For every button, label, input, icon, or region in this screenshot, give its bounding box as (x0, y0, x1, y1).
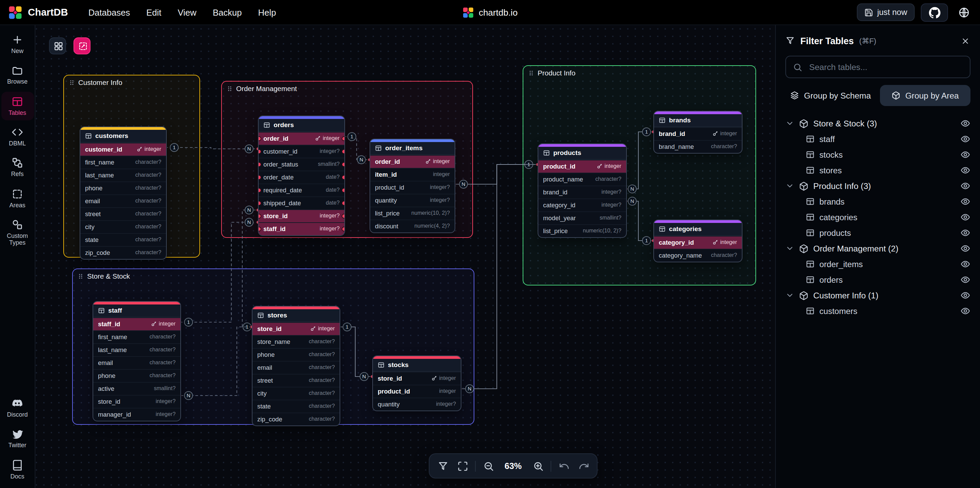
undo-button[interactable] (555, 457, 573, 475)
field-categories-category_id[interactable]: category_idinteger (654, 236, 742, 249)
eye-icon[interactable] (960, 212, 970, 222)
search-input[interactable] (808, 62, 963, 72)
table-brands[interactable]: brandsbrand_idintegerbrand_namecharacter… (653, 111, 743, 153)
zoom-out-button[interactable] (479, 457, 498, 475)
field-staff-first_name[interactable]: first_namecharacter? (93, 330, 180, 343)
field-order_items-discount[interactable]: discountnumeric(4, 2)? (370, 219, 455, 232)
layout-grid-button[interactable] (49, 37, 66, 54)
table-header[interactable]: order_items (370, 142, 455, 155)
diagram-site-link[interactable]: chartdb.io (463, 6, 517, 18)
table-orders[interactable]: ordersorder_idintegercustomer_idinteger?… (258, 116, 345, 236)
connection-handle[interactable] (258, 227, 261, 231)
brand[interactable]: ChartDB (8, 5, 68, 19)
field-staff-active[interactable]: activesmallint? (93, 382, 180, 395)
field-stores-phone[interactable]: phonecharacter? (253, 348, 340, 361)
eye-icon[interactable] (960, 306, 970, 316)
connection-handle[interactable] (342, 162, 345, 166)
tree-table-order_items[interactable]: order_items (785, 256, 970, 272)
table-header[interactable]: stocks (373, 358, 461, 371)
field-orders-customer_id[interactable]: customer_idinteger? (259, 144, 344, 157)
tree-group-store-stock[interactable]: Store & Stock (3) (785, 116, 970, 131)
filter-button[interactable] (434, 457, 452, 475)
field-order_items-product_id[interactable]: product_idinteger? (370, 181, 455, 193)
sidebar-item-twitter[interactable]: Twitter (1, 425, 34, 453)
connection-handle[interactable] (258, 149, 261, 154)
table-products[interactable]: productsproduct_idintegerproduct_namecha… (538, 143, 627, 238)
field-products-product_id[interactable]: product_idinteger (538, 159, 626, 172)
zoom-in-button[interactable] (529, 457, 547, 475)
field-orders-required_date[interactable]: required_datedate? (259, 183, 344, 196)
field-stores-store_name[interactable]: store_namecharacter? (253, 335, 340, 348)
connection-handle[interactable] (258, 162, 261, 166)
tree-table-customers[interactable]: customers (785, 303, 970, 319)
chevron-down-icon[interactable] (785, 181, 794, 190)
field-staff-store_id[interactable]: store_idinteger? (93, 395, 180, 407)
tree-table-products[interactable]: products (785, 225, 970, 241)
table-staff[interactable]: staffstaff_idintegerfirst_namecharacter?… (92, 301, 181, 421)
sidebar-item-refs[interactable]: Refs (1, 153, 34, 182)
chevron-down-icon[interactable] (785, 291, 794, 300)
tree-table-stocks[interactable]: stocks (785, 147, 970, 162)
sidebar-item-docs[interactable]: Docs (1, 455, 34, 484)
field-staff-staff_id[interactable]: staff_idinteger (93, 317, 180, 330)
field-stores-state[interactable]: statecharacter? (253, 399, 340, 412)
eye-icon[interactable] (960, 181, 970, 191)
table-header[interactable]: stores (253, 309, 340, 322)
table-stocks[interactable]: stocksstore_idintegerproduct_idintegerqu… (372, 355, 461, 411)
field-customers-city[interactable]: citycharacter? (80, 220, 166, 233)
field-staff-last_name[interactable]: last_namecharacter? (93, 343, 180, 356)
field-customers-customer_id[interactable]: customer_idinteger (80, 143, 166, 155)
tree-table-categories[interactable]: categories (785, 209, 970, 225)
eye-icon[interactable] (960, 228, 970, 238)
github-button[interactable] (921, 3, 948, 21)
connection-handle[interactable] (258, 201, 261, 205)
menu-view[interactable]: View (171, 4, 203, 21)
table-stores[interactable]: storesstore_idintegerstore_namecharacter… (252, 306, 340, 426)
field-stocks-quantity[interactable]: quantityinteger? (373, 397, 461, 410)
menu-edit[interactable]: Edit (140, 4, 168, 21)
tree-group-product-info[interactable]: Product Info (3) (785, 178, 970, 194)
field-customers-phone[interactable]: phonecharacter? (80, 181, 166, 194)
field-products-list_price[interactable]: list_pricenumeric(10, 2)? (538, 224, 626, 237)
sidebar-item-areas[interactable]: Areas (1, 184, 34, 213)
eye-icon[interactable] (960, 274, 970, 285)
sidebar-item-new[interactable]: New (1, 30, 34, 59)
eye-icon[interactable] (960, 118, 970, 128)
field-categories-category_name[interactable]: category_namecharacter? (654, 249, 742, 261)
field-staff-email[interactable]: emailcharacter? (93, 356, 180, 369)
table-customers[interactable]: customerscustomer_idintegerfirst_namecha… (80, 127, 167, 259)
eye-icon[interactable] (960, 243, 970, 254)
connection-handle[interactable] (342, 188, 345, 192)
tree-table-orders[interactable]: orders (785, 272, 970, 287)
tree-table-brands[interactable]: brands (785, 194, 970, 209)
field-order_items-quantity[interactable]: quantityinteger? (370, 193, 455, 206)
menu-databases[interactable]: Databases (82, 4, 137, 21)
field-stores-email[interactable]: emailcharacter? (253, 361, 340, 374)
tree-table-staff[interactable]: staff (785, 131, 970, 147)
field-orders-order_status[interactable]: order_statussmallint? (259, 157, 344, 170)
table-order_items[interactable]: order_itemsorder_idintegeritem_idinteger… (369, 139, 455, 233)
eye-icon[interactable] (960, 134, 970, 144)
table-header[interactable]: staff (93, 304, 180, 317)
field-stores-city[interactable]: citycharacter? (253, 387, 340, 399)
fit-view-button[interactable] (453, 457, 472, 475)
sidebar-item-browse[interactable]: Browse (1, 61, 34, 90)
field-stores-street[interactable]: streetcharacter? (253, 374, 340, 387)
field-orders-order_date[interactable]: order_datedate? (259, 170, 344, 183)
field-products-product_name[interactable]: product_namecharacter? (538, 172, 626, 185)
table-header[interactable]: brands (654, 114, 742, 127)
table-header[interactable]: orders (259, 119, 344, 132)
field-staff-manager_id[interactable]: manager_idinteger? (93, 407, 180, 420)
connection-handle[interactable] (342, 201, 345, 205)
field-stores-store_id[interactable]: store_idinteger (253, 322, 340, 335)
close-panel-button[interactable] (957, 34, 970, 48)
eye-icon[interactable] (960, 196, 970, 207)
field-orders-staff_id[interactable]: staff_idinteger? (259, 222, 344, 235)
field-orders-store_id[interactable]: store_idinteger? (259, 209, 344, 222)
field-order_items-list_price[interactable]: list_pricenumeric(10, 2)? (370, 206, 455, 219)
sidebar-item-custom-types[interactable]: Custom Types (1, 215, 34, 250)
field-customers-email[interactable]: emailcharacter? (80, 194, 166, 207)
table-header[interactable]: customers (80, 130, 166, 143)
field-brands-brand_id[interactable]: brand_idinteger (654, 127, 742, 139)
connection-handle[interactable] (342, 214, 345, 218)
